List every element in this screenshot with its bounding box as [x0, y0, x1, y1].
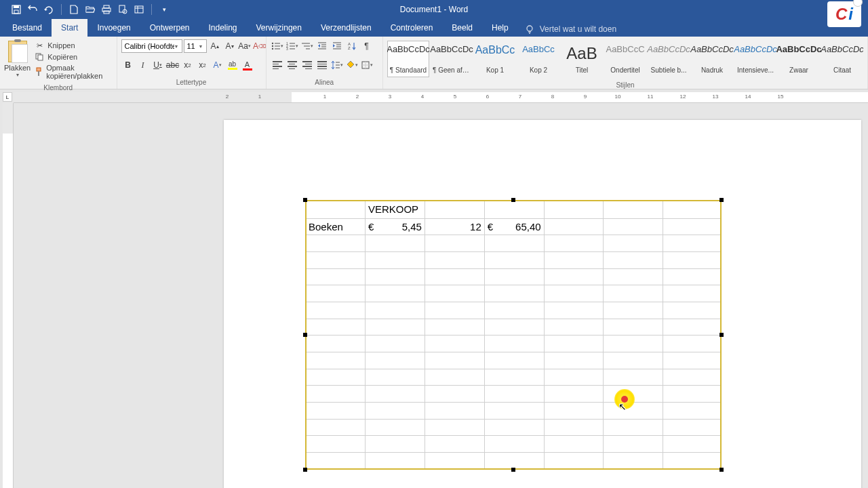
style-kop1[interactable]: AaBbCc Kop 1: [474, 41, 516, 77]
style-nadruk[interactable]: AaBbCcDc Nadruk: [691, 41, 733, 77]
tab-insert[interactable]: Invoegen: [87, 19, 140, 37]
cut-button[interactable]: ✂ Knippen: [35, 41, 112, 50]
undo-icon[interactable]: [27, 4, 38, 15]
redo-icon[interactable]: [43, 4, 54, 15]
resize-handle-mr[interactable]: [719, 333, 724, 337]
bold-button[interactable]: B: [121, 58, 135, 72]
format-painter-button[interactable]: Opmaak kopiëren/plakken: [35, 64, 112, 80]
cell-qty[interactable]: 12: [425, 218, 484, 235]
new-doc-icon[interactable]: [68, 4, 79, 15]
style-geen-afstand[interactable]: AaBbCcDc ¶ Geen afs...: [431, 41, 473, 77]
align-center-button[interactable]: [285, 58, 299, 72]
style-citaat[interactable]: AaBbCcDc Citaat: [821, 41, 863, 77]
tab-file[interactable]: Bestand: [3, 19, 52, 37]
style-ondertitel[interactable]: AaBbCcC Ondertitel: [604, 41, 646, 77]
style-preview: AaB: [566, 44, 597, 63]
resize-handle-tl[interactable]: [303, 198, 307, 202]
tab-mailings[interactable]: Verzendlijsten: [311, 19, 381, 37]
align-left-button[interactable]: [271, 58, 284, 72]
align-right-button[interactable]: [300, 58, 314, 72]
ruler-tick: 13: [713, 94, 719, 100]
resize-handle-bm[interactable]: [511, 468, 515, 472]
cell-header-verkoop[interactable]: VERKOOP: [365, 201, 425, 219]
style-intensieve[interactable]: AaBbCcDc Intensieve...: [734, 41, 776, 77]
vertical-ruler[interactable]: [3, 103, 14, 488]
horizontal-ruler[interactable]: 21123456789101112131415: [14, 92, 868, 103]
numbering-button[interactable]: 123▾: [285, 39, 299, 53]
multilevel-list-button[interactable]: ▾: [300, 39, 314, 53]
show-marks-button[interactable]: ¶: [360, 39, 374, 53]
resize-handle-bl[interactable]: [303, 468, 307, 472]
ruler-tick: 1: [258, 94, 261, 100]
open-icon[interactable]: [85, 4, 96, 15]
save-icon[interactable]: [11, 4, 22, 15]
svg-rect-15: [38, 55, 43, 60]
paste-button[interactable]: Plakken ▾: [4, 39, 31, 78]
style-kop2[interactable]: AaBbCc Kop 2: [517, 41, 559, 77]
cell-price[interactable]: € 5,45: [365, 218, 425, 235]
ruler-corner[interactable]: L: [3, 92, 12, 102]
tab-design[interactable]: Ontwerpen: [140, 19, 199, 37]
resize-handle-tr[interactable]: [719, 198, 724, 202]
qat-sheet-icon[interactable]: [134, 4, 144, 15]
tab-view[interactable]: Beeld: [442, 19, 482, 37]
highlight-button[interactable]: ab: [226, 58, 239, 72]
paste-label: Plakken: [4, 64, 31, 72]
font-size-combo[interactable]: 11 ▼: [184, 39, 207, 53]
style-titel[interactable]: AaB Titel: [561, 41, 603, 77]
style-standaard[interactable]: AaBbCcDc ¶ Standaard: [387, 41, 429, 77]
cell-total[interactable]: € 65,40: [484, 218, 544, 235]
tell-me-placeholder: Vertel wat u wilt doen: [540, 24, 616, 34]
resize-handle-br[interactable]: [719, 468, 724, 472]
page[interactable]: VERKOOP Boeken € 5,45 12 €: [224, 120, 861, 488]
chevron-down-icon: ▼: [174, 44, 179, 49]
italic-button[interactable]: I: [136, 58, 150, 72]
tab-references[interactable]: Verwijzingen: [247, 19, 311, 37]
line-spacing-button[interactable]: ▾: [330, 58, 344, 72]
style-gallery[interactable]: AaBbCcDc ¶ Standaard AaBbCcDc ¶ Geen afs…: [387, 39, 863, 77]
style-zwaar[interactable]: AaBbCcDc Zwaar: [778, 41, 820, 77]
justify-button[interactable]: [315, 58, 329, 72]
style-name-label: Ondertitel: [606, 66, 644, 74]
qat-customize-icon[interactable]: ▾: [159, 4, 170, 15]
style-name-label: Citaat: [823, 66, 861, 74]
cell-boeken-label[interactable]: Boeken: [306, 218, 366, 235]
borders-button[interactable]: ▾: [360, 58, 374, 72]
bullets-button[interactable]: ▾: [271, 39, 284, 53]
resize-handle-ml[interactable]: [303, 333, 307, 337]
sort-button[interactable]: AZ: [345, 39, 359, 53]
font-name-combo[interactable]: Calibri (Hoofdtekst) ▼: [121, 39, 182, 53]
shading-button[interactable]: ▾: [345, 58, 359, 72]
ribbon-tab-row: Bestand Start Invoegen Ontwerpen Indelin…: [0, 18, 868, 37]
tab-start[interactable]: Start: [52, 19, 87, 37]
tab-review[interactable]: Controleren: [381, 19, 443, 37]
increase-indent-button[interactable]: [330, 39, 344, 53]
document-title: Document1 - Word: [400, 5, 468, 14]
style-subtiele[interactable]: AaBbCcDc Subtiele b...: [648, 41, 690, 77]
resize-handle-tm[interactable]: [511, 198, 515, 202]
ruler-tick: 2: [226, 94, 229, 100]
change-case-button[interactable]: Aa▾: [238, 39, 252, 53]
svg-rect-16: [37, 68, 41, 71]
quick-print-icon[interactable]: [101, 4, 112, 15]
tell-me-search[interactable]: Vertel wat u wilt doen: [518, 22, 623, 37]
subscript-button[interactable]: x2: [181, 58, 195, 72]
font-color-button[interactable]: A: [241, 58, 254, 72]
clear-formatting-button[interactable]: A⌫: [253, 39, 267, 53]
tab-help[interactable]: Help: [482, 19, 518, 37]
paste-icon: [8, 41, 27, 62]
superscript-button[interactable]: x2: [196, 58, 210, 72]
decrease-indent-button[interactable]: [315, 39, 329, 53]
text-effects-button[interactable]: A▾: [211, 58, 224, 72]
grow-font-button[interactable]: A▴: [208, 39, 222, 53]
ruler-tick: 2: [356, 94, 359, 100]
strikethrough-button[interactable]: abc: [166, 58, 180, 72]
embedded-spreadsheet-object[interactable]: VERKOOP Boeken € 5,45 12 €: [305, 200, 722, 470]
underline-button[interactable]: U▾: [151, 58, 165, 72]
tab-layout[interactable]: Indeling: [199, 19, 246, 37]
scissors-icon: ✂: [35, 41, 44, 50]
copy-button[interactable]: Kopiëren: [35, 52, 112, 62]
style-name-label: ¶ Standaard: [389, 66, 427, 74]
print-preview-icon[interactable]: [117, 4, 128, 15]
shrink-font-button[interactable]: A▾: [223, 39, 237, 53]
